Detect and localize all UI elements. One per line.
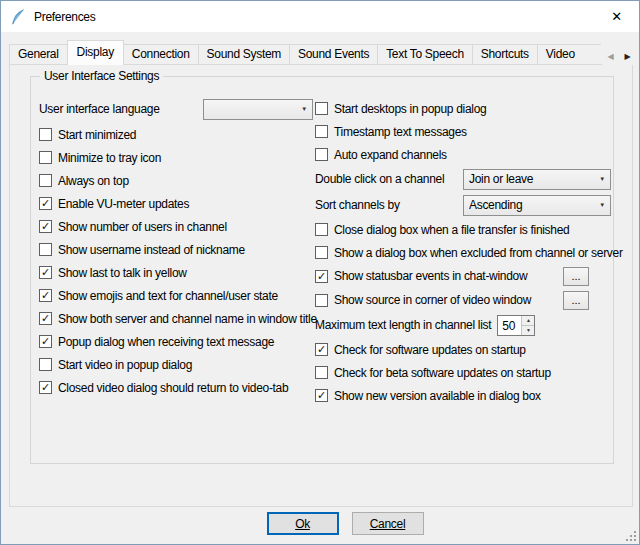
tab-scroll-left-button[interactable]: ◀	[602, 47, 619, 65]
cancel-button-label: Cancel	[370, 517, 406, 531]
language-row: User interface language ▼	[39, 97, 315, 121]
tab-scroller: ◀ ▶	[602, 47, 636, 65]
checkbox-box[interactable]	[39, 358, 52, 371]
checkbox-popup-dialog-when-receiving-text-message[interactable]: ✓Popup dialog when receiving text messag…	[39, 330, 315, 353]
checkbox-box[interactable]	[39, 243, 52, 256]
group-title: User Interface Settings	[40, 69, 163, 83]
checkbox-box[interactable]: ✓	[39, 335, 52, 348]
tab-bar: GeneralDisplayConnectionSound SystemSoun…	[9, 40, 601, 65]
user-interface-settings-group: User Interface Settings User interface l…	[30, 76, 614, 464]
spin-up-button[interactable]: ▲	[522, 316, 534, 326]
checkbox-show-username-instead-of-nickname[interactable]: Show username instead of nickname	[39, 238, 315, 261]
checkbox-label: Check for beta software updates on start…	[334, 366, 551, 380]
chevron-down-icon: ▼	[596, 202, 608, 208]
checkbox-show-a-dialog-box-when-excluded-from-channel-or-server[interactable]: Show a dialog box when excluded from cha…	[315, 241, 611, 264]
checkbox-closed-video-dialog-should-return-to-video-tab[interactable]: ✓Closed video dialog should return to vi…	[39, 376, 315, 399]
checkbox-check-for-software-updates-on-startup[interactable]: ✓Check for software updates on startup	[315, 338, 611, 361]
checkbox-box[interactable]	[39, 151, 52, 164]
checkbox-box[interactable]: ✓	[39, 381, 52, 394]
resize-grip[interactable]	[624, 529, 637, 542]
checkbox-box[interactable]: ✓	[39, 266, 52, 279]
more-button-show-statusbar-events-in-chat-window[interactable]: ...	[563, 267, 589, 286]
combo-double-click-on-a-channel[interactable]: Join or leave▼	[463, 169, 611, 190]
checkbox-check-for-beta-software-updates-on-startup[interactable]: Check for beta software updates on start…	[315, 361, 611, 384]
chevron-down-icon: ▼	[298, 106, 310, 112]
arrow-left-icon: ◀	[608, 52, 614, 61]
cancel-button[interactable]: Cancel	[352, 512, 424, 535]
checkbox-enable-vu-meter-updates[interactable]: ✓Enable VU-meter updates	[39, 192, 315, 215]
language-combo[interactable]: ▼	[203, 99, 313, 120]
checkbox-label: Popup dialog when receiving text message	[58, 335, 274, 349]
checkbox-label: Check for software updates on startup	[334, 343, 526, 357]
spinbox-maximum-text-length-in-channel-list[interactable]: 50▲▼	[497, 315, 535, 336]
checkbox-show-last-to-talk-in-yellow[interactable]: ✓Show last to talk in yellow	[39, 261, 315, 284]
app-icon[interactable]	[10, 9, 26, 25]
checkbox-show-emojis-and-text-for-channel-user-state[interactable]: ✓Show emojis and text for channel/user s…	[39, 284, 315, 307]
checkbox-box[interactable]	[39, 174, 52, 187]
tab-display[interactable]: Display	[67, 40, 124, 65]
checkbox-always-on-top[interactable]: Always on top	[39, 169, 315, 192]
checkbox-box[interactable]	[315, 294, 328, 307]
combo-value: Ascending	[469, 198, 596, 212]
checkbox-box[interactable]: ✓	[315, 343, 328, 356]
spin-down-button[interactable]: ▼	[522, 326, 534, 335]
checkbox-box[interactable]: ✓	[39, 312, 52, 325]
tab-video[interactable]: Video	[537, 44, 601, 65]
checkbox-box[interactable]: ✓	[39, 289, 52, 302]
checkbox-box[interactable]	[315, 148, 328, 161]
tab-scroll-right-button[interactable]: ▶	[619, 47, 636, 65]
checkbox-auto-expand-channels[interactable]: Auto expand channels	[315, 143, 611, 166]
checkbox-start-minimized[interactable]: Start minimized	[39, 123, 315, 146]
tab-shortcuts[interactable]: Shortcuts	[472, 44, 538, 65]
more-button-show-source-in-corner-of-video-window[interactable]: ...	[563, 291, 589, 310]
close-button[interactable]: ✕	[594, 1, 639, 32]
checkbox-box[interactable]	[315, 125, 328, 138]
tab-sound-system[interactable]: Sound System	[198, 44, 290, 65]
ok-button[interactable]: Ok	[267, 512, 339, 535]
checkbox-show-statusbar-events-in-chat-window[interactable]: ✓Show statusbar events in chat-window...	[315, 264, 611, 288]
arrow-right-icon: ▶	[625, 52, 631, 61]
checkbox-minimize-to-tray-icon[interactable]: Minimize to tray icon	[39, 146, 315, 169]
ok-button-label: Ok	[295, 517, 310, 531]
combo-label: Double click on a channel	[315, 172, 463, 186]
checkbox-label: Always on top	[58, 174, 129, 188]
spin-label: Maximum text length in channel list	[315, 318, 491, 332]
tab-page-display: User Interface Settings User interface l…	[9, 64, 633, 507]
close-icon: ✕	[611, 9, 622, 24]
checkbox-show-both-server-and-channel-name-in-window-title[interactable]: ✓Show both server and channel name in wi…	[39, 307, 315, 330]
checkbox-label: Show last to talk in yellow	[58, 266, 187, 280]
checkbox-box[interactable]	[315, 102, 328, 115]
checkbox-box[interactable]: ✓	[39, 220, 52, 233]
checkbox-label: Start video in popup dialog	[58, 358, 192, 372]
tab-text-to-speech[interactable]: Text To Speech	[377, 44, 473, 65]
checkbox-label: Close dialog box when a file transfer is…	[334, 223, 569, 237]
checkbox-box[interactable]	[39, 128, 52, 141]
left-column: User interface language ▼ Start minimize…	[39, 97, 315, 399]
checkbox-label: Enable VU-meter updates	[58, 197, 189, 211]
checkbox-box[interactable]	[315, 246, 328, 259]
checkbox-show-number-of-users-in-channel[interactable]: ✓Show number of users in channel	[39, 215, 315, 238]
tab-sound-events[interactable]: Sound Events	[289, 44, 378, 65]
checkbox-box[interactable]: ✓	[315, 389, 328, 402]
language-label: User interface language	[39, 102, 203, 116]
checkbox-show-source-in-corner-of-video-window[interactable]: Show source in corner of video window...	[315, 288, 611, 312]
checkbox-box[interactable]	[315, 366, 328, 379]
left-checkbox-list: Start minimizedMinimize to tray iconAlwa…	[39, 123, 315, 399]
checkbox-box[interactable]	[315, 223, 328, 236]
checkbox-start-video-in-popup-dialog[interactable]: Start video in popup dialog	[39, 353, 315, 376]
titlebar[interactable]: Preferences ✕	[1, 1, 639, 32]
checkbox-timestamp-text-messages[interactable]: Timestamp text messages	[315, 120, 611, 143]
chevron-down-icon: ▼	[596, 176, 608, 182]
checkbox-start-desktops-in-popup-dialog[interactable]: Start desktops in popup dialog	[315, 97, 611, 120]
combo-sort-channels-by[interactable]: Ascending▼	[463, 195, 611, 216]
tab-general[interactable]: General	[9, 44, 68, 65]
checkbox-close-dialog-box-when-a-file-transfer-is-finished[interactable]: Close dialog box when a file transfer is…	[315, 218, 611, 241]
checkbox-box[interactable]: ✓	[39, 197, 52, 210]
tab-connection[interactable]: Connection	[123, 44, 199, 65]
checkbox-label: Show source in corner of video window	[334, 293, 531, 307]
right-column: Start desktops in popup dialogTimestamp …	[315, 97, 611, 407]
checkbox-label: Minimize to tray icon	[58, 151, 161, 165]
checkbox-show-new-version-available-in-dialog-box[interactable]: ✓Show new version available in dialog bo…	[315, 384, 611, 407]
checkbox-box[interactable]: ✓	[315, 270, 328, 283]
setting-row-sort-channels-by: Sort channels byAscending▼	[315, 192, 611, 218]
